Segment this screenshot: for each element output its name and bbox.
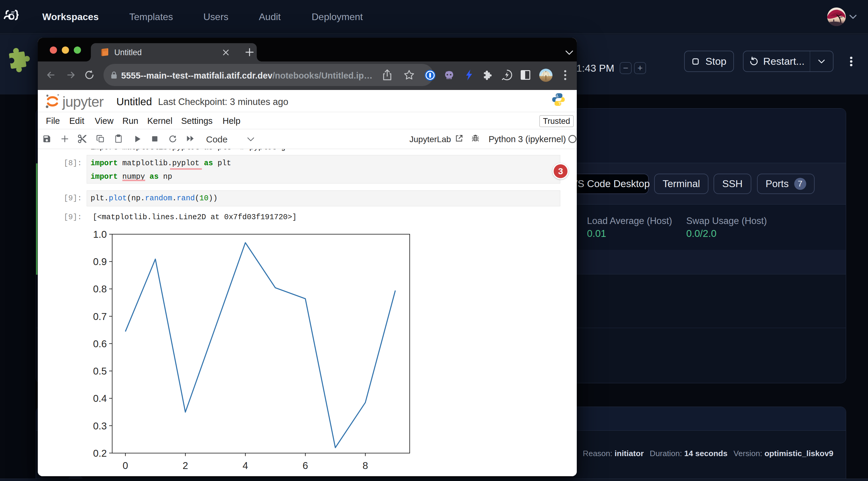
svg-text:0.6: 0.6 (93, 338, 107, 349)
svg-text:0.3: 0.3 (93, 420, 107, 431)
svg-text:0.5: 0.5 (93, 365, 107, 377)
svg-text:8: 8 (363, 460, 368, 471)
svg-text:0.4: 0.4 (93, 393, 107, 404)
svg-text:0.9: 0.9 (93, 256, 107, 267)
svg-text:2: 2 (183, 460, 188, 471)
svg-text:6: 6 (303, 460, 308, 471)
svg-text:1.0: 1.0 (93, 229, 107, 240)
svg-text:0.2: 0.2 (93, 448, 107, 459)
svg-text:0.8: 0.8 (93, 283, 107, 294)
svg-text:0.7: 0.7 (93, 311, 107, 322)
svg-text:0: 0 (123, 460, 128, 471)
svg-text:4: 4 (243, 460, 248, 471)
